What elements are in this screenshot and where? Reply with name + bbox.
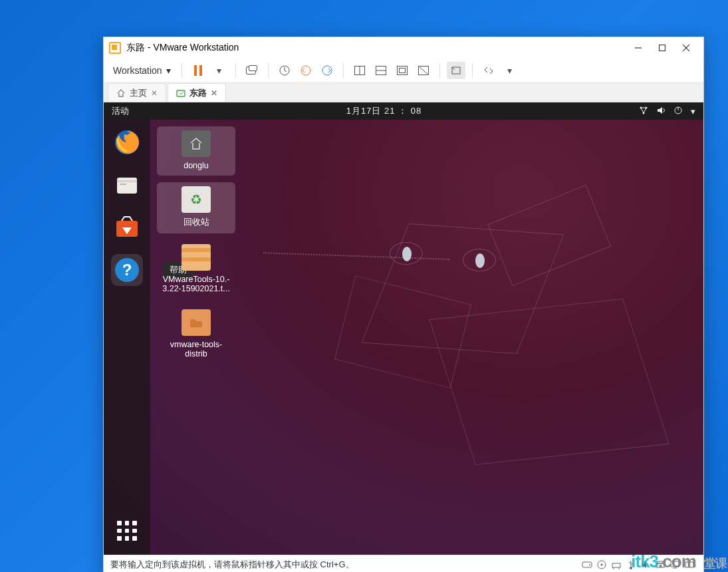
power-icon <box>673 106 683 117</box>
tab-bar: 主页 ✕ 东路 ✕ <box>104 82 703 102</box>
close-button[interactable] <box>674 40 698 56</box>
view-single-button[interactable] <box>350 62 369 79</box>
desktop-icons: donglu 回收站 VMwareTools-10.-3.22-15902021… <box>157 126 235 364</box>
svg-line-18 <box>420 67 427 74</box>
ubuntu-dock: ? 帮助 <box>104 120 150 555</box>
dock-files[interactable] <box>111 169 143 201</box>
wallpaper-eye-icon <box>463 249 496 271</box>
vmware-logo-icon <box>109 42 121 54</box>
toolbar: Workstation ▾ ▾ <box>104 59 703 82</box>
snapshot-manager-button[interactable] <box>318 62 336 79</box>
watermark-cj: 堂课 <box>704 557 727 570</box>
desktop-icon-label: donglu <box>183 161 209 170</box>
vm-icon <box>176 88 185 98</box>
svg-rect-37 <box>612 563 620 567</box>
apps-grid-icon <box>111 515 143 547</box>
files-icon <box>114 172 140 198</box>
disk-icon[interactable] <box>580 559 594 571</box>
maximize-button[interactable] <box>650 40 674 56</box>
wallpaper-line-icon <box>487 185 611 287</box>
status-hint: 要将输入定向到该虚拟机，请将鼠标指针移入其中或按 Ctrl+G。 <box>110 559 354 571</box>
software-store-icon <box>114 214 140 241</box>
vmware-window: 东路 - VMware Workstation Workstation ▾ ▾ <box>103 37 704 572</box>
desktop-icon-folder[interactable]: vmware-tools-distrib <box>157 305 235 364</box>
svg-rect-29 <box>120 184 126 185</box>
separator <box>268 63 269 78</box>
dock-software[interactable] <box>111 212 143 243</box>
watermark: itk3.com 堂课 <box>631 551 727 572</box>
pause-button[interactable] <box>189 62 207 79</box>
stretch-dropdown-icon[interactable]: ▾ <box>501 62 519 79</box>
workstation-menu[interactable]: Workstation ▾ <box>109 63 175 78</box>
svg-rect-20 <box>177 90 185 96</box>
desktop-icon-label: VMwareTools-10.-3.22-15902021.t... <box>160 275 233 293</box>
dock-firefox[interactable] <box>111 126 143 158</box>
snapshot-take-button[interactable] <box>275 62 294 79</box>
send-ctrlaltdel-button[interactable] <box>243 62 261 79</box>
archive-icon <box>182 244 211 271</box>
svg-rect-15 <box>397 66 407 74</box>
pause-dropdown-icon[interactable]: ▾ <box>210 62 229 79</box>
quick-switch-button[interactable] <box>447 62 465 79</box>
network-adapter-icon[interactable] <box>609 559 624 571</box>
firefox-icon <box>114 129 140 156</box>
vm-viewport[interactable]: 活动 1月17日 21 ： 08 ▾ <box>104 102 703 555</box>
desktop-icon-label: 回收站 <box>183 217 209 228</box>
separator <box>343 63 344 78</box>
snapshot-revert-button[interactable] <box>297 62 315 79</box>
svg-text:?: ? <box>122 261 132 279</box>
svg-point-36 <box>601 563 603 565</box>
svg-rect-28 <box>117 180 137 182</box>
home-tab[interactable]: 主页 ✕ <box>108 83 166 102</box>
separator <box>235 63 236 78</box>
separator <box>439 63 440 78</box>
statusbar: 要将输入定向到该虚拟机，请将鼠标指针移入其中或按 Ctrl+G。 <box>104 555 703 572</box>
watermark-suffix: .com <box>658 551 696 571</box>
volume-icon <box>656 106 666 117</box>
desktop-icon-label: vmware-tools-distrib <box>160 340 233 358</box>
workstation-menu-label: Workstation <box>113 65 162 76</box>
svg-rect-5 <box>199 65 202 76</box>
cd-icon[interactable] <box>594 559 609 571</box>
minimize-button[interactable] <box>626 40 650 56</box>
watermark-text: itk3 <box>631 551 658 571</box>
stretch-button[interactable] <box>479 62 498 79</box>
view-unity-button[interactable] <box>414 62 433 79</box>
separator <box>182 63 182 78</box>
home-folder-icon <box>182 130 211 157</box>
network-icon <box>639 106 648 117</box>
gnome-topbar: 活动 1月17日 21 ： 08 ▾ <box>104 102 703 120</box>
show-applications-button[interactable] <box>111 515 143 547</box>
trash-icon <box>182 186 211 213</box>
svg-rect-16 <box>399 68 405 72</box>
titlebar[interactable]: 东路 - VMware Workstation <box>104 37 703 59</box>
desktop-icon-home[interactable]: donglu <box>157 126 235 176</box>
home-tab-label: 主页 <box>130 87 147 99</box>
svg-rect-27 <box>117 178 137 194</box>
svg-rect-7 <box>249 65 257 71</box>
system-tray[interactable]: ▾ <box>639 106 695 117</box>
folder-icon <box>182 309 211 336</box>
view-split-button[interactable] <box>372 62 390 79</box>
desktop-icon-tarball[interactable]: VMwareTools-10.-3.22-15902021.t... <box>157 240 235 299</box>
vm-tab[interactable]: 东路 ✕ <box>168 83 226 102</box>
window-title: 东路 - VMware Workstation <box>126 42 239 54</box>
desktop-icon-trash[interactable]: 回收站 <box>157 182 235 233</box>
separator <box>472 63 473 78</box>
view-fullscreen-button[interactable] <box>393 62 412 79</box>
vm-tab-label: 东路 <box>189 87 207 99</box>
chevron-down-icon: ▾ <box>166 65 171 76</box>
home-icon <box>116 88 126 98</box>
dock-help[interactable]: ? 帮助 <box>111 254 143 286</box>
close-icon[interactable]: ✕ <box>211 88 217 98</box>
close-icon[interactable]: ✕ <box>151 88 158 98</box>
activities-button[interactable]: 活动 <box>112 105 129 117</box>
svg-rect-4 <box>194 65 197 76</box>
clock[interactable]: 1月17日 21 ： 08 <box>129 105 639 117</box>
svg-rect-1 <box>660 45 666 51</box>
help-icon: ? <box>114 257 140 283</box>
chevron-down-icon: ▾ <box>691 106 695 116</box>
svg-point-34 <box>589 564 590 565</box>
